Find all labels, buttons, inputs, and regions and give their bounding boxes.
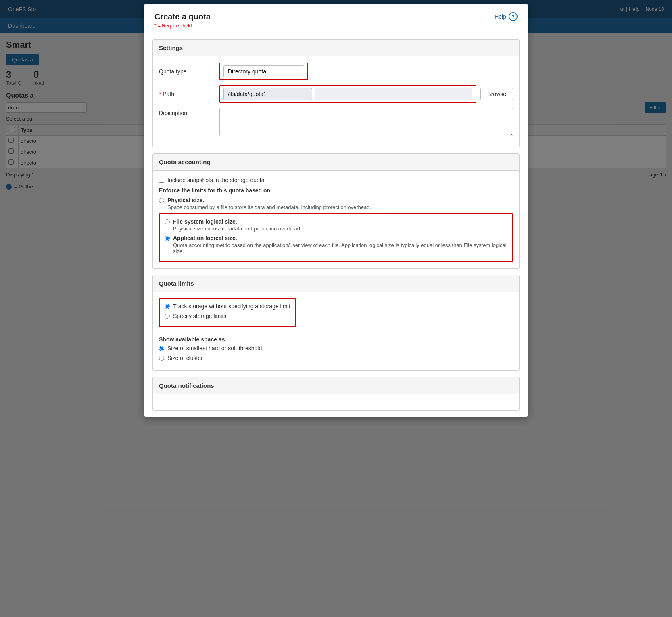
application-logical-row: Application logical size. Quota accounti… (165, 235, 507, 254)
application-logical-radio[interactable] (165, 236, 170, 241)
filesystem-logical-label: File system logical size. (173, 218, 507, 225)
enforce-label: Enforce the limits for this quota based … (159, 187, 513, 194)
track-storage-label: Track storage without specifying a stora… (173, 303, 290, 310)
path-highlight-box (219, 85, 476, 103)
accounting-body: Include snapshots in the storage quota E… (153, 171, 519, 268)
notifications-body (153, 394, 519, 410)
path-input[interactable] (223, 88, 312, 100)
notifications-section: Quota notifications (152, 377, 520, 411)
filesystem-logical-desc: Physical size minus metadata and protect… (173, 226, 507, 232)
limits-title: Quota limits (153, 275, 519, 292)
specify-limits-radio[interactable] (165, 314, 170, 319)
help-label: Help (495, 13, 506, 20)
settings-section: Settings Quota type Directory quota Pa (152, 39, 520, 147)
path-row: Path Browse (159, 85, 513, 103)
description-label: Description (159, 108, 215, 116)
help-icon: ? (509, 12, 518, 21)
physical-size-desc: Space consumed by a file to store its da… (167, 204, 513, 210)
limits-section: Quota limits Track storage without speci… (152, 275, 520, 371)
application-logical-desc: Quota accounting metric based on the app… (173, 242, 507, 254)
filesystem-logical-text: File system logical size. Physical size … (173, 218, 507, 232)
description-row: Description (159, 108, 513, 136)
accounting-highlight-box: File system logical size. Physical size … (159, 213, 513, 262)
quota-type-select[interactable]: Directory quota (223, 65, 304, 77)
filesystem-logical-row: File system logical size. Physical size … (165, 218, 507, 232)
physical-size-label: Physical size. (167, 197, 513, 203)
smallest-threshold-label: Size of smallest hard or soft threshold (167, 345, 262, 351)
quota-type-label: Quota type (159, 68, 215, 75)
physical-size-radio[interactable] (159, 198, 164, 203)
quota-type-row: Quota type Directory quota (159, 63, 513, 80)
include-snapshots-row: Include snapshots in the storage quota (159, 177, 513, 183)
modal-help-button[interactable]: Help ? (495, 12, 518, 21)
physical-size-text: Physical size. Space consumed by a file … (167, 197, 513, 210)
path-extra-input[interactable] (315, 88, 472, 100)
modal-header-left: Create a quota * = Required field (154, 12, 211, 29)
show-space-label: Show available space as (159, 336, 513, 343)
filesystem-logical-radio[interactable] (165, 219, 170, 224)
smallest-threshold-radio[interactable] (159, 346, 164, 351)
smallest-threshold-row: Size of smallest hard or soft threshold (159, 345, 513, 351)
limits-highlight-box: Track storage without specifying a stora… (159, 298, 296, 327)
create-quota-modal: Create a quota * = Required field Help ?… (144, 4, 528, 417)
settings-title: Settings (153, 40, 519, 56)
application-logical-text: Application logical size. Quota accounti… (173, 235, 507, 254)
modal-header: Create a quota * = Required field Help ? (144, 4, 528, 33)
quota-type-highlight-box: Directory quota (219, 63, 308, 80)
limits-body: Track storage without specifying a stora… (153, 292, 519, 370)
include-snapshots-checkbox[interactable] (159, 178, 164, 183)
modal-overlay: Create a quota * = Required field Help ?… (0, 0, 672, 617)
size-of-cluster-row: Size of cluster (159, 355, 513, 361)
browse-button[interactable]: Browse (480, 88, 513, 100)
size-of-cluster-label: Size of cluster (167, 355, 203, 361)
accounting-title: Quota accounting (153, 154, 519, 171)
size-of-cluster-radio[interactable] (159, 356, 164, 361)
track-storage-row: Track storage without specifying a stora… (165, 303, 290, 310)
specify-limits-row: Specify storage limits (165, 313, 290, 319)
specify-limits-label: Specify storage limits (173, 313, 226, 319)
track-storage-radio[interactable] (165, 304, 170, 309)
modal-required-note: * = Required field (154, 23, 211, 29)
physical-size-row: Physical size. Space consumed by a file … (159, 197, 513, 210)
application-logical-label: Application logical size. (173, 235, 507, 241)
modal-title: Create a quota (154, 12, 211, 21)
modal-body: Settings Quota type Directory quota Pa (144, 33, 528, 417)
notifications-title: Quota notifications (153, 377, 519, 394)
description-textarea[interactable] (219, 108, 513, 136)
include-snapshots-label: Include snapshots in the storage quota (167, 177, 265, 183)
accounting-section: Quota accounting Include snapshots in th… (152, 153, 520, 269)
settings-body: Quota type Directory quota Path (153, 56, 519, 147)
path-label: Path (159, 91, 215, 97)
